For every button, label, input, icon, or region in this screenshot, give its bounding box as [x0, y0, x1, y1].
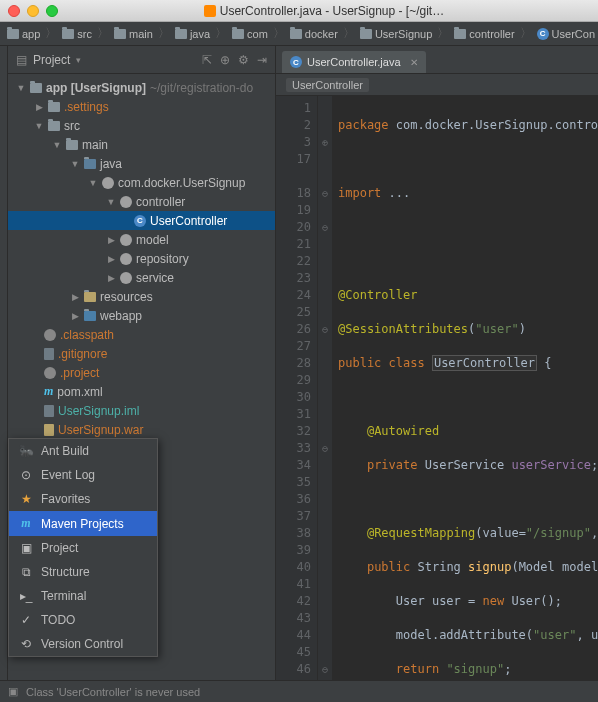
class-icon: C [134, 215, 146, 227]
gear-icon[interactable]: ⚙ [238, 53, 249, 67]
tree-row[interactable]: ▼src [8, 116, 275, 135]
collapse-all-icon[interactable]: ⇱ [202, 53, 212, 67]
line-gutter: 1231718192021222324252627282930313233343… [276, 96, 318, 680]
popup-item-label: Favorites [41, 492, 90, 506]
resources-folder-icon [84, 292, 96, 302]
popup-item-label: TODO [41, 613, 75, 627]
code-area[interactable]: package com.docker.UserSignup.controll i… [332, 96, 598, 680]
tree-row[interactable]: ▶repository [8, 249, 275, 268]
tree-row[interactable]: ▼java [8, 154, 275, 173]
breadcrumb[interactable]: src [59, 28, 95, 40]
tree-row-usercontroller[interactable]: CUserController [8, 211, 275, 230]
minimize-window-button[interactable] [27, 5, 39, 17]
popup-item-label: Terminal [41, 589, 86, 603]
popup-item-label: Project [41, 541, 78, 555]
folder-icon [48, 102, 60, 112]
maven-icon: m [44, 384, 53, 399]
popup-item-label: Event Log [41, 468, 95, 482]
popup-item-icon: ⊙ [19, 468, 33, 482]
breadcrumb[interactable]: docker [287, 28, 341, 40]
tree-row[interactable]: ▶webapp [8, 306, 275, 325]
folder-icon [30, 83, 42, 93]
tree-row[interactable]: .gitignore [8, 344, 275, 363]
breadcrumb[interactable]: app [4, 28, 43, 40]
package-icon [102, 177, 114, 189]
tree-row[interactable]: UserSignup.iml [8, 401, 275, 420]
zoom-window-button[interactable] [46, 5, 58, 17]
file-icon [44, 329, 56, 341]
editor-body[interactable]: 1231718192021222324252627282930313233343… [276, 96, 598, 680]
tool-window-rail[interactable] [0, 46, 8, 680]
tree-row-root[interactable]: ▼app [UserSignup] ~/git/registration-do [8, 78, 275, 97]
tree-row[interactable]: ▶resources [8, 287, 275, 306]
hide-panel-icon[interactable]: ⇥ [257, 53, 267, 67]
editor-area: C UserController.java ✕ UserController 1… [276, 46, 598, 680]
folder-icon [454, 29, 466, 39]
editor-tab-label: UserController.java [307, 56, 401, 68]
fold-gutter[interactable]: ⊕⊖⊖⊖⊖⊖ [318, 96, 332, 680]
breadcrumb[interactable]: com [229, 28, 271, 40]
popup-item-icon: ▣ [19, 541, 33, 555]
web-folder-icon [84, 311, 96, 321]
editor-tab[interactable]: C UserController.java ✕ [282, 51, 426, 73]
file-icon [44, 367, 56, 379]
popup-item-label: Structure [41, 565, 90, 579]
class-icon: C [537, 28, 549, 40]
breadcrumb[interactable]: java [172, 28, 213, 40]
breadcrumb[interactable]: CUserCon [534, 28, 598, 40]
package-icon [120, 234, 132, 246]
breadcrumb[interactable]: UserSignup [357, 28, 435, 40]
folder-icon [66, 140, 78, 150]
popup-item-icon: ▸_ [19, 589, 33, 603]
popup-item-terminal[interactable]: ▸_Terminal [9, 584, 157, 608]
popup-item-label: Version Control [41, 637, 123, 651]
package-icon [120, 272, 132, 284]
popup-item-favorites[interactable]: ★Favorites [9, 487, 157, 511]
folder-icon [48, 121, 60, 131]
chevron-down-icon[interactable]: ▾ [76, 55, 81, 65]
popup-item-icon: ✓ [19, 613, 33, 627]
java-file-icon [204, 5, 216, 17]
popup-item-version-control[interactable]: ⟲Version Control [9, 632, 157, 656]
folder-icon [175, 29, 187, 39]
breadcrumb-item[interactable]: UserController [286, 78, 369, 92]
popup-item-event-log[interactable]: ⊙Event Log [9, 463, 157, 487]
tree-row[interactable]: .project [8, 363, 275, 382]
popup-item-todo[interactable]: ✓TODO [9, 608, 157, 632]
target-icon[interactable]: ⊕ [220, 53, 230, 67]
tree-row[interactable]: UserSignup.war [8, 420, 275, 439]
close-tab-icon[interactable]: ✕ [410, 57, 418, 68]
folder-icon [114, 29, 126, 39]
folder-icon [232, 29, 244, 39]
tree-row[interactable]: ▶.settings [8, 97, 275, 116]
class-icon: C [290, 56, 302, 68]
editor-breadcrumb: UserController [276, 74, 598, 96]
status-bar: ▣ Class 'UserController' is never used [0, 680, 598, 702]
popup-item-project[interactable]: ▣Project [9, 536, 157, 560]
popup-item-icon: 🐜 [19, 444, 33, 458]
popup-item-maven-projects[interactable]: mMaven Projects [9, 511, 157, 536]
tree-row[interactable]: ▼main [8, 135, 275, 154]
tree-row[interactable]: mpom.xml [8, 382, 275, 401]
tree-row[interactable]: .classpath [8, 325, 275, 344]
popup-item-icon: ⟲ [19, 637, 33, 651]
breadcrumb[interactable]: main [111, 28, 156, 40]
tree-row[interactable]: ▶service [8, 268, 275, 287]
breadcrumb[interactable]: controller [451, 28, 517, 40]
source-folder-icon [84, 159, 96, 169]
tree-row[interactable]: ▶model [8, 230, 275, 249]
tree-row[interactable]: ▼controller [8, 192, 275, 211]
folder-icon [62, 29, 74, 39]
popup-item-label: Maven Projects [41, 517, 124, 531]
status-message: Class 'UserController' is never used [26, 686, 200, 698]
file-icon [44, 348, 54, 360]
tree-row[interactable]: ▼com.docker.UserSignup [8, 173, 275, 192]
popup-item-icon: ★ [19, 492, 33, 506]
popup-item-structure[interactable]: ⧉Structure [9, 560, 157, 584]
project-panel-icon: ▤ [16, 53, 27, 67]
close-window-button[interactable] [8, 5, 20, 17]
folder-icon [7, 29, 19, 39]
nav-breadcrumbs: app〉 src〉 main〉 java〉 com〉 docker〉 UserS… [0, 22, 598, 46]
window-controls [8, 5, 58, 17]
popup-item-ant-build[interactable]: 🐜Ant Build [9, 439, 157, 463]
